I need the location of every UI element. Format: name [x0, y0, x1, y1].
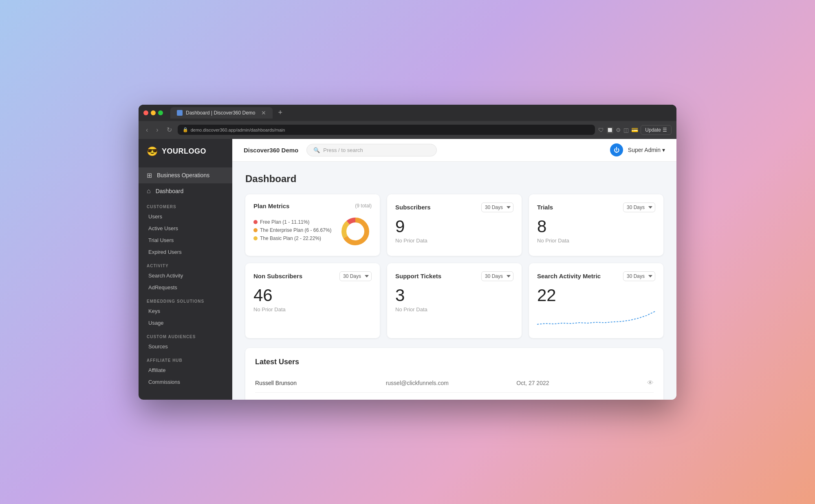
traffic-light-minimize[interactable]: [151, 110, 156, 115]
non-subscribers-period-select[interactable]: 30 Days 7 Days 90 Days: [339, 271, 372, 281]
search-bar[interactable]: 🔍 Press / to search: [306, 144, 437, 156]
sidebar-item-affiliate[interactable]: Affiliate: [139, 364, 232, 376]
sidebar-item-dashboard[interactable]: ⌂ Dashboard: [139, 183, 232, 199]
table-row: Russell Brunson russel@clickfunnels.com …: [255, 374, 654, 393]
sidebar-item-users[interactable]: Users: [139, 211, 232, 222]
sidebar-item-business-operations[interactable]: ⊞ Business Operations: [139, 167, 232, 183]
trials-meta: No Prior Data: [537, 238, 655, 244]
non-subscribers-meta: No Prior Data: [253, 306, 372, 313]
custom-audiences-section-label: CUSTOM AUDIENCES: [139, 329, 232, 341]
url-text: demo.discover360.app/admin/dashboards/ma…: [191, 128, 285, 132]
tab-title: Dashboard | Discover360 Demo: [186, 110, 256, 116]
table-row: Sam Ovens sam@samovensdemo.com Oct, 27 2…: [255, 393, 654, 400]
home-icon: ⌂: [147, 187, 151, 195]
subscribers-card: Subscribers 30 Days 7 Days 90 Days 9 No …: [387, 194, 522, 256]
support-tickets-card: Support Tickets 30 Days 7 Days 90 Days 3…: [387, 263, 522, 338]
sidebar-item-label: Dashboard: [156, 188, 184, 194]
support-tickets-meta: No Prior Data: [395, 306, 513, 313]
forward-button[interactable]: ›: [154, 125, 161, 135]
subscribers-header: Subscribers 30 Days 7 Days 90 Days: [395, 202, 513, 212]
chart-line-path: [537, 311, 655, 324]
sidebar-navigation: ⊞ Business Operations ⌂ Dashboard CUSTOM…: [139, 164, 232, 400]
search-activity-card: Search Activity Metric 30 Days 7 Days 90…: [529, 263, 663, 338]
new-tab-button[interactable]: +: [278, 108, 283, 117]
legend-dot-basic: [253, 236, 258, 240]
browser-tab[interactable]: Dashboard | Discover360 Demo ✕: [170, 107, 273, 119]
non-subscribers-card: Non Subscribers 30 Days 7 Days 90 Days 4…: [245, 263, 380, 338]
latest-users-section: Latest Users Russell Brunson russel@clic…: [245, 348, 663, 400]
user-chevron-icon: ▾: [662, 147, 665, 153]
search-activity-value: 22: [537, 287, 655, 304]
sidebar-item-active-users[interactable]: Active Users: [139, 222, 232, 234]
update-button[interactable]: Update ☰: [641, 125, 672, 135]
refresh-button[interactable]: ↻: [164, 124, 174, 135]
donut-chart: [339, 215, 372, 248]
trials-title: Trials: [537, 204, 553, 211]
view-user-0-button[interactable]: 👁: [647, 379, 654, 387]
customers-section-label: CUSTOMERS: [139, 199, 232, 211]
sidebar-item-keys[interactable]: Keys: [139, 305, 232, 317]
legend-dot-free: [253, 220, 258, 224]
tab-favicon: [177, 110, 183, 116]
sidebar-item-expired-users[interactable]: Expired Users: [139, 246, 232, 258]
sidebar-item-label: Business Operations: [157, 172, 209, 178]
user-name: Super Admin: [628, 147, 661, 153]
search-activity-title: Search Activity Metric: [537, 273, 601, 280]
legend-item-free: Free Plan (1 - 11.11%): [253, 219, 333, 225]
legend-dot-enterprise: [253, 228, 258, 232]
trials-card: Trials 30 Days 7 Days 90 Days 8 No Prior…: [529, 194, 663, 256]
support-tickets-value: 3: [395, 287, 513, 304]
legend-label-basic: The Basic Plan (2 - 22.22%): [260, 235, 321, 241]
sidebar-item-trial-users[interactable]: Trial Users: [139, 234, 232, 246]
trials-period-select[interactable]: 30 Days 7 Days 90 Days: [623, 202, 655, 212]
sidebar-item-commissions[interactable]: Commissions: [139, 376, 232, 388]
traffic-light-close[interactable]: [143, 110, 148, 115]
plan-metrics-inner: Free Plan (1 - 11.11%) The Enterprise Pl…: [253, 215, 372, 248]
non-subscribers-header: Non Subscribers 30 Days 7 Days 90 Days: [253, 271, 372, 281]
extension-icon[interactable]: 🔲: [606, 127, 613, 133]
topbar: Discover360 Demo 🔍 Press / to search ⏻ S…: [232, 139, 676, 162]
page-content: Dashboard Plan Metrics (9 total): [232, 162, 676, 400]
subscribers-value: 9: [395, 218, 513, 235]
main-content: Discover360 Demo 🔍 Press / to search ⏻ S…: [232, 139, 676, 400]
wallet-icon[interactable]: 💳: [631, 127, 638, 133]
user-name-1: Sam Ovens: [255, 399, 386, 400]
user-info[interactable]: Super Admin ▾: [628, 147, 665, 153]
logo-text: YOURLOGO: [162, 147, 206, 156]
search-icon: 🔍: [313, 147, 320, 153]
brave-shield-icon[interactable]: 🛡: [598, 127, 604, 133]
trials-header: Trials 30 Days 7 Days 90 Days: [537, 202, 655, 212]
embedding-section-label: EMBEDDING SOLUTIONS: [139, 293, 232, 305]
plan-metrics-subtitle: (9 total): [355, 203, 372, 209]
search-activity-period-select[interactable]: 30 Days 7 Days 90 Days: [623, 271, 655, 281]
page-title: Dashboard: [245, 173, 663, 185]
sidebar-item-ad-requests[interactable]: AdRequests: [139, 282, 232, 293]
subscribers-title: Subscribers: [395, 204, 431, 211]
legend-item-enterprise: The Enterprise Plan (6 - 66.67%): [253, 227, 333, 233]
app-name: Discover360 Demo: [244, 147, 298, 154]
plan-metrics-card: Plan Metrics (9 total) Free Plan (1 - 11…: [245, 194, 380, 256]
tab-close-button[interactable]: ✕: [261, 110, 266, 116]
sidebar-item-usage[interactable]: Usage: [139, 317, 232, 329]
support-tickets-period-select[interactable]: 30 Days 7 Days 90 Days: [481, 271, 513, 281]
sidebar-toggle-button[interactable]: ◫: [623, 127, 629, 133]
traffic-light-maximize[interactable]: [158, 110, 163, 115]
back-button[interactable]: ‹: [143, 125, 150, 135]
sidebar-item-sources[interactable]: Sources: [139, 341, 232, 352]
support-tickets-header: Support Tickets 30 Days 7 Days 90 Days: [395, 271, 513, 281]
address-bar[interactable]: 🔒 demo.discover360.app/admin/dashboards/…: [178, 125, 595, 135]
non-subscribers-value: 46: [253, 287, 372, 304]
extensions-menu-button[interactable]: ⚙: [616, 127, 621, 133]
view-user-1-button[interactable]: 👁: [647, 398, 654, 400]
logo-icon: 😎: [147, 146, 158, 157]
search-activity-header: Search Activity Metric 30 Days 7 Days 90…: [537, 271, 655, 281]
sidebar-item-search-activity[interactable]: Search Activity: [139, 270, 232, 282]
update-label: Update: [645, 127, 661, 133]
search-placeholder: Press / to search: [323, 147, 363, 153]
subscribers-period-select[interactable]: 30 Days 7 Days 90 Days: [481, 202, 513, 212]
lock-icon: 🔒: [183, 127, 188, 132]
support-tickets-title: Support Tickets: [395, 273, 441, 280]
latest-users-title: Latest Users: [255, 358, 654, 366]
topbar-right: ⏻ Super Admin ▾: [610, 143, 665, 156]
power-icon[interactable]: ⏻: [610, 143, 623, 156]
